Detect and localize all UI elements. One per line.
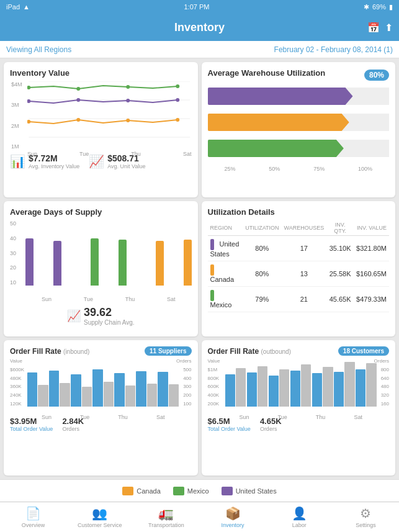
chart-legend: Canada Mexico United States (0, 479, 399, 502)
svg-point-15 (176, 118, 179, 122)
util-bar-bg-purple (208, 88, 390, 105)
avg-inventory-label: Avg. Inventory Value (29, 163, 79, 169)
outbound-y-right: Orders 800 640 480 320 160 (374, 358, 389, 407)
days-supply-title: Average Days of Supply (10, 207, 192, 217)
out-pair-5 (312, 367, 333, 407)
y-label-3m: 3M (11, 102, 22, 108)
outbound-chart-area: Value $1M 800K 600K 400K 200K Orders 800… (208, 358, 390, 414)
util-x-labels: 25% 50% 75% 100% (208, 166, 390, 172)
y-axis-labels: $4M 3M 2M 1M (10, 81, 24, 150)
svg-point-13 (76, 118, 80, 122)
inventory-icon: 📦 (225, 506, 241, 521)
outbound-x-labels: Sun Tue Thu Sat (225, 414, 377, 420)
legend-label-us: United States (236, 487, 277, 495)
util-bar-bg-green (208, 140, 390, 157)
bar-orange-thu (156, 241, 164, 286)
inbound-y-right: Orders 500 400 300 200 100 (176, 358, 191, 407)
status-left: iPad ▲ (6, 3, 30, 11)
gray-bar-5 (125, 385, 135, 407)
out-pair-2 (247, 366, 268, 407)
tab-transportation-label: Transportation (148, 522, 184, 528)
status-bar: iPad ▲ 1:07 PM ✱ 69% ▮ (0, 0, 399, 14)
th-utilization: UTILIZATION (243, 220, 281, 236)
bar-pair-1 (27, 372, 48, 407)
svg-point-14 (126, 119, 130, 122)
qty-us: 35.10K (326, 236, 354, 261)
inventory-value-title: Inventory Value (10, 68, 192, 78)
tab-inventory-label: Inventory (222, 522, 244, 528)
th-warehouses: WAREHOUSES (282, 220, 327, 236)
share-icon[interactable]: ⬆ (385, 22, 393, 34)
region-color-canada (210, 264, 214, 276)
bar-pair-3 (71, 374, 92, 407)
tab-overview[interactable]: 📄 Overview (0, 502, 66, 532)
gray-bar-4 (104, 382, 114, 407)
supply-chain-avg: 📈 39.62 Supply Chain Avg. (10, 306, 192, 326)
y-label-1m: 1M (11, 143, 22, 150)
blue-bar-4 (92, 369, 102, 407)
out-blue-4 (290, 371, 300, 407)
util-bars (208, 88, 390, 157)
tab-labor[interactable]: 👤 Labor (266, 502, 333, 532)
x-label-sat: Sat (183, 151, 192, 157)
legend-box-us (222, 487, 233, 495)
y-label-4m: $4M (11, 81, 22, 88)
tab-settings[interactable]: ⚙ Settings (333, 502, 399, 532)
outbound-title: Order Fill Rate (outbound) (208, 347, 291, 356)
outbound-total-label: Total Order Value (208, 426, 251, 432)
outbound-header: Order Fill Rate (outbound) 18 Customers (208, 346, 390, 356)
out-blue-5 (312, 373, 322, 407)
bar-group-tue (81, 238, 108, 286)
bar-purple-sun (25, 238, 34, 286)
bar-pair-2 (49, 371, 70, 407)
status-right: ✱ 69% ▮ (364, 3, 393, 11)
out-blue-7 (356, 369, 365, 407)
util-details-table: REGION UTILIZATION WAREHOUSES INV. QTY. … (208, 220, 390, 312)
bar-chart-icon: 📊 (10, 154, 25, 169)
date-range: February 02 - February 08, 2014 (1) (274, 45, 393, 54)
bar-green-tue (91, 238, 99, 286)
bar-orange-fri (184, 240, 192, 286)
blue-bar-2 (49, 371, 59, 407)
out-blue-2 (247, 372, 257, 407)
util-bar-bg-orange (208, 114, 390, 131)
bar-chart-area: 50 40 30 20 10 (10, 220, 192, 295)
out-gray-5 (323, 367, 333, 407)
warehouses-mexico: 21 (282, 287, 327, 312)
out-pair-4 (290, 364, 312, 407)
out-gray-4 (301, 364, 311, 407)
blue-bar-6 (136, 371, 146, 407)
tab-overview-label: Overview (22, 522, 45, 528)
calendar-icon[interactable]: 📅 (367, 22, 380, 34)
svg-point-7 (176, 84, 179, 88)
util-header: Average Warehouse Utilization 80% (208, 68, 390, 81)
value-canada: $160.65M (354, 261, 389, 287)
bar-group-mon (53, 241, 80, 286)
y-label-2m: 2M (11, 123, 22, 129)
settings-icon: ⚙ (360, 506, 371, 521)
blue-bar-5 (114, 373, 124, 407)
warehouse-util-title: Average Warehouse Utilization (208, 68, 326, 78)
tab-customer-service[interactable]: 👥 Customer Service (66, 502, 133, 532)
region-canada: Canada (208, 261, 243, 287)
th-region: REGION (208, 220, 243, 236)
row-1: Inventory Value $4M 3M 2M 1M (4, 62, 395, 197)
tab-inventory[interactable]: 📦 Inventory (200, 502, 266, 532)
svg-point-12 (27, 120, 30, 124)
viewing-all-regions[interactable]: Viewing All Regions (6, 45, 71, 54)
util-mexico: 79% (243, 287, 281, 312)
line-chart-svg (27, 81, 192, 140)
supply-avg-icon: 📈 (67, 309, 81, 323)
tab-transportation[interactable]: 🚛 Transportation (133, 502, 199, 532)
region-color-mexico (210, 290, 214, 301)
qty-canada: 25.58K (326, 261, 354, 287)
table-row: Canada 80% 13 25.58K $160.65M (208, 261, 390, 287)
battery-label: 69% (372, 3, 386, 11)
customer-service-icon: 👥 (92, 506, 107, 521)
inbound-bars (10, 358, 192, 414)
util-us: 80% (243, 236, 281, 261)
page-title: Inventory (174, 21, 225, 34)
sub-header: Viewing All Regions February 02 - Februa… (0, 41, 399, 58)
ipad-label: iPad (6, 3, 20, 11)
days-supply-chart: 50 40 30 20 10 (10, 220, 192, 302)
